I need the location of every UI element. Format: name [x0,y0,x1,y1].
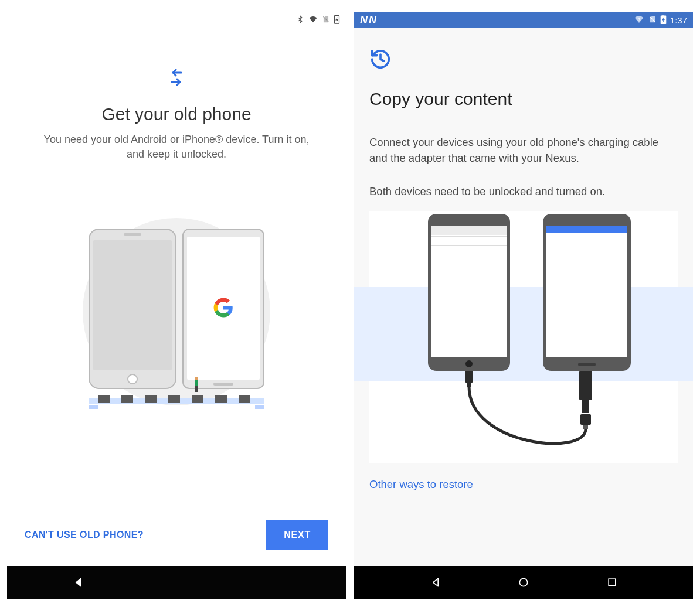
svg-rect-4 [121,395,133,403]
battery-charging-icon [660,15,667,26]
phones-illustration [53,195,300,417]
content-area: Copy your content Connect your devices u… [354,28,693,566]
body-text-2: Both devices need to be unlocked and tur… [369,184,678,200]
next-button[interactable]: NEXT [266,520,328,550]
svg-rect-21 [579,371,592,400]
svg-rect-23 [580,414,591,425]
page-body: You need your old Android or iPhone® dev… [38,132,315,162]
nav-back-icon[interactable] [72,575,86,589]
google-g-icon [213,297,234,320]
no-sim-icon [322,15,330,26]
status-clock: 1:37 [670,15,687,25]
svg-rect-13 [195,380,198,386]
status-bar: N N ? 1:37 [354,12,693,28]
wifi-unknown-icon: ? [633,15,645,26]
svg-rect-18 [662,15,664,16]
svg-rect-11 [255,405,264,409]
svg-rect-3 [98,395,110,403]
svg-rect-14 [195,386,196,392]
svg-rect-24 [583,425,588,429]
system-navbar [7,566,346,599]
person-icon [191,376,202,396]
svg-rect-5 [145,395,157,403]
no-sim-icon [648,15,657,26]
svg-rect-1 [336,15,338,16]
svg-text:?: ? [638,17,640,21]
restore-icon [369,48,678,73]
content-area: Get your old phone You need your old And… [7,28,346,566]
svg-point-12 [195,377,198,380]
n-badge-2: N [369,14,375,26]
status-bar [7,12,346,28]
screen-get-old-phone: Get your old phone You need your old And… [7,12,346,599]
nav-recent-icon[interactable] [605,575,619,589]
battery-charging-icon [334,15,340,26]
system-navbar [354,566,693,599]
svg-rect-26 [609,579,616,586]
nav-home-icon[interactable] [516,575,531,589]
svg-rect-8 [215,395,227,403]
page-title: Copy your content [369,89,678,109]
n-badge-1: N [360,14,366,26]
svg-rect-19 [465,371,473,383]
bluetooth-icon [296,15,304,26]
swap-arrows-icon [165,69,188,90]
nav-back-icon[interactable] [429,575,443,589]
floor-tiles [89,393,264,409]
cable-svg [369,211,693,463]
body-text-1: Connect your devices using your old phon… [369,135,678,166]
svg-rect-15 [196,386,198,392]
wifi-icon [308,15,318,25]
svg-rect-22 [582,400,589,413]
footer-actions: CAN'T USE OLD PHONE? NEXT [7,520,346,566]
cant-use-old-phone-link[interactable]: CAN'T USE OLD PHONE? [25,530,144,540]
page-title: Get your old phone [101,104,251,124]
android-illustration [182,229,264,389]
svg-point-25 [519,578,527,586]
other-ways-link[interactable]: Other ways to restore [369,478,678,491]
svg-rect-7 [192,395,203,403]
svg-rect-10 [89,405,98,409]
svg-rect-20 [467,383,471,387]
svg-rect-9 [239,395,250,403]
svg-rect-6 [168,395,180,403]
screen-copy-content: N N ? 1:37 Copy your content Connect yo [354,12,693,599]
iphone-illustration [89,229,176,389]
cable-illustration [369,211,678,463]
